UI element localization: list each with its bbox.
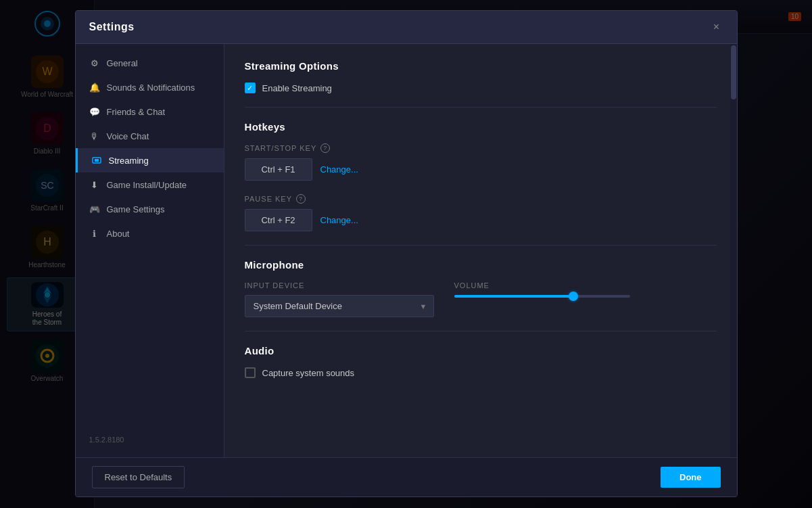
modal-footer: Reset to Defaults Done xyxy=(76,457,737,497)
modal-body: ⚙ General 🔔 Sounds & Notifications 💬 Fri… xyxy=(76,44,737,457)
nav-item-friends[interactable]: 💬 Friends & Chat xyxy=(76,99,224,124)
nav-item-sounds-label: Sounds & Notifications xyxy=(107,83,195,93)
general-icon: ⚙ xyxy=(89,57,100,68)
pause-change-link[interactable]: Change... xyxy=(320,215,358,225)
nav-item-game-install[interactable]: ⬇ Game Install/Update xyxy=(76,172,224,197)
start-stop-label: START/STOP KEY ? xyxy=(245,143,717,153)
game-install-icon: ⬇ xyxy=(89,179,100,190)
volume-slider-fill xyxy=(454,295,574,298)
streaming-icon xyxy=(91,155,102,166)
nav-item-about[interactable]: ℹ About xyxy=(76,221,224,246)
settings-nav: ⚙ General 🔔 Sounds & Notifications 💬 Fri… xyxy=(76,44,224,457)
enable-streaming-row: ✓ Enable Streaming xyxy=(245,83,717,93)
nav-item-general[interactable]: ⚙ General xyxy=(76,51,224,75)
divider-3 xyxy=(245,331,717,331)
nav-item-streaming-label: Streaming xyxy=(109,156,149,166)
scroll-thumb[interactable] xyxy=(731,45,736,99)
nav-item-voice[interactable]: 🎙 Voice Chat xyxy=(76,124,224,148)
divider-2 xyxy=(245,245,717,246)
volume-slider-container xyxy=(454,295,717,298)
input-device-select[interactable]: System Default Device Built-in Microphon… xyxy=(245,295,434,317)
modal-close-button[interactable]: × xyxy=(710,20,723,34)
nav-item-game-settings[interactable]: 🎮 Game Settings xyxy=(76,197,224,221)
hotkeys-title: Hotkeys xyxy=(245,121,717,133)
nav-item-game-settings-label: Game Settings xyxy=(107,204,165,214)
nav-item-game-install-label: Game Install/Update xyxy=(107,180,187,190)
start-stop-help-icon[interactable]: ? xyxy=(320,143,330,153)
capture-sounds-row: Capture system sounds xyxy=(245,367,717,378)
modal-header: Settings × xyxy=(76,11,737,44)
nav-item-streaming[interactable]: Streaming xyxy=(76,148,224,172)
input-device-wrapper: System Default Device Built-in Microphon… xyxy=(245,295,434,317)
pause-row: Ctrl + F2 Change... xyxy=(245,209,717,231)
nav-item-voice-label: Voice Chat xyxy=(107,131,149,141)
modal-title: Settings xyxy=(89,21,135,33)
capture-sounds-label: Capture system sounds xyxy=(262,368,355,378)
scroll-track xyxy=(730,44,737,457)
input-device-group: INPUT DEVICE System Default Device Built… xyxy=(245,281,434,317)
start-stop-group: START/STOP KEY ? Ctrl + F1 Change... xyxy=(245,143,717,181)
friends-icon: 💬 xyxy=(89,106,100,117)
audio-title: Audio xyxy=(245,345,717,356)
version-text: 1.5.2.8180 xyxy=(76,429,224,451)
start-stop-row: Ctrl + F1 Change... xyxy=(245,158,717,181)
nav-item-about-label: About xyxy=(107,229,130,239)
settings-modal: Settings × ⚙ General 🔔 Sounds & Notifica… xyxy=(75,10,738,497)
volume-slider-thumb[interactable] xyxy=(569,292,578,301)
nav-item-sounds[interactable]: 🔔 Sounds & Notifications xyxy=(76,75,224,99)
volume-slider-track[interactable] xyxy=(454,295,630,298)
pause-key-button[interactable]: Ctrl + F2 xyxy=(245,209,312,231)
microphone-grid: INPUT DEVICE System Default Device Built… xyxy=(245,281,717,317)
nav-item-friends-label: Friends & Chat xyxy=(107,107,166,117)
nav-item-general-label: General xyxy=(107,58,138,68)
reset-defaults-button[interactable]: Reset to Defaults xyxy=(92,466,185,488)
settings-modal-overlay: Settings × ⚙ General 🔔 Sounds & Notifica… xyxy=(0,0,812,508)
game-settings-icon: 🎮 xyxy=(89,204,100,214)
voice-icon: 🎙 xyxy=(89,131,100,141)
input-device-label: INPUT DEVICE xyxy=(245,281,434,290)
done-button[interactable]: Done xyxy=(661,467,721,488)
divider-1 xyxy=(245,107,717,108)
volume-group: VOLUME xyxy=(454,281,717,298)
volume-label: VOLUME xyxy=(454,281,717,290)
pause-label: PAUSE KEY ? xyxy=(245,194,717,204)
sounds-icon: 🔔 xyxy=(89,82,100,93)
streaming-options-title: Streaming Options xyxy=(245,60,717,72)
start-stop-change-link[interactable]: Change... xyxy=(320,164,358,175)
svg-rect-17 xyxy=(95,159,99,162)
about-icon: ℹ xyxy=(89,228,100,239)
settings-content: Streaming Options ✓ Enable Streaming Hot… xyxy=(224,44,737,457)
enable-streaming-checkbox[interactable]: ✓ xyxy=(245,83,256,93)
microphone-title: Microphone xyxy=(245,259,717,271)
checkmark-icon: ✓ xyxy=(247,85,253,92)
capture-sounds-checkbox[interactable] xyxy=(245,367,256,378)
start-stop-key-button[interactable]: Ctrl + F1 xyxy=(245,158,312,181)
pause-group: PAUSE KEY ? Ctrl + F2 Change... xyxy=(245,194,717,231)
enable-streaming-label: Enable Streaming xyxy=(262,83,332,93)
pause-help-icon[interactable]: ? xyxy=(296,194,306,204)
